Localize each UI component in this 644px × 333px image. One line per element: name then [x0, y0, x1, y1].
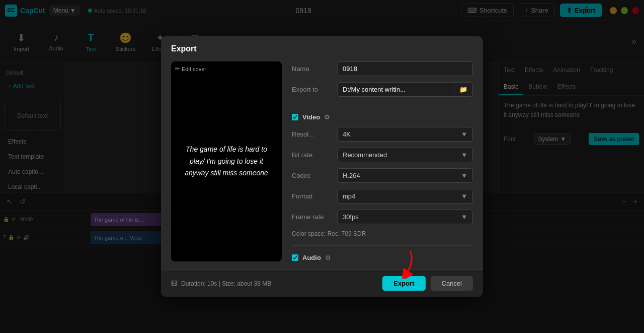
resolution-select[interactable]: 4K ▼ [337, 127, 473, 142]
framerate-select[interactable]: 30fps ▼ [337, 210, 473, 224]
cancel-button[interactable]: Cancel [431, 276, 473, 291]
framerate-label: Frame rate [292, 213, 332, 221]
framerate-row: Frame rate 30fps ▼ [292, 210, 473, 224]
format-chevron: ▼ [461, 192, 467, 200]
modal-title: Export [161, 36, 483, 53]
folder-button[interactable]: 📁 [454, 83, 472, 96]
edit-cover-icon: ✏ [175, 65, 180, 72]
modal-backdrop: Export ✏ Edit cover The game of life is … [0, 0, 644, 333]
preview-video-area: The game of life is hard to play/ I'm go… [171, 61, 282, 261]
export-path-input[interactable] [338, 83, 454, 96]
audio-section-header: Audio ⚙ [292, 254, 473, 261]
modal-footer: 🎞 Duration: 10s | Size: about 38 MB Expo… [161, 270, 483, 297]
export-btn-container: Export [382, 276, 425, 291]
audio-checkbox[interactable] [292, 254, 298, 261]
footer-info: 🎞 Duration: 10s | Size: about 38 MB [171, 280, 271, 287]
red-arrow-export [392, 251, 418, 279]
color-space-text: Color space: Rec. 709 SDR [292, 230, 473, 237]
codec-chevron: ▼ [461, 172, 467, 179]
audio-label: Audio [302, 254, 321, 261]
bitrate-row: Bit rate Recommended ▼ [292, 148, 473, 162]
export-modal: Export ✏ Edit cover The game of life is … [161, 36, 483, 297]
bitrate-label: Bit rate [292, 151, 332, 159]
codec-label: Codec [292, 172, 332, 179]
modal-body: ✏ Edit cover The game of life is hard to… [161, 53, 483, 270]
format-label: Format [292, 192, 332, 200]
resolution-label: Resol... [292, 130, 332, 138]
resolution-row: Resol... 4K ▼ [292, 127, 473, 142]
video-section-header: Video ⚙ [292, 113, 473, 121]
export-to-row: Export to 📁 [292, 82, 473, 97]
format-row: Format mp4 ▼ [292, 189, 473, 204]
bitrate-select[interactable]: Recommended ▼ [337, 148, 473, 162]
footer-actions: Export Cancel [382, 276, 473, 291]
divider-1 [292, 105, 473, 105]
film-icon: 🎞 [171, 280, 177, 287]
codec-row: Codec H.264 ▼ [292, 168, 473, 183]
codec-select[interactable]: H.264 ▼ [337, 168, 473, 183]
edit-cover-button[interactable]: ✏ Edit cover [175, 65, 206, 72]
video-settings-icon[interactable]: ⚙ [324, 113, 330, 121]
divider-2 [292, 245, 473, 246]
resolution-chevron: ▼ [461, 130, 467, 138]
export-form: Name Export to 📁 Video ⚙ [292, 61, 473, 261]
audio-settings-icon[interactable]: ⚙ [325, 254, 331, 261]
name-input[interactable] [337, 61, 473, 76]
name-row: Name [292, 61, 473, 76]
framerate-chevron: ▼ [461, 213, 467, 221]
export-to-input-group: 📁 [337, 82, 473, 97]
export-preview: ✏ Edit cover The game of life is hard to… [171, 61, 282, 261]
duration-size-text: Duration: 10s | Size: about 38 MB [181, 280, 271, 287]
format-select[interactable]: mp4 ▼ [337, 189, 473, 204]
name-label: Name [292, 65, 332, 73]
video-label: Video [302, 113, 320, 121]
export-to-label: Export to [292, 86, 332, 93]
video-checkbox[interactable] [292, 114, 298, 120]
preview-text: The game of life is hard to play/ I'm go… [181, 144, 272, 179]
bitrate-chevron: ▼ [461, 151, 467, 159]
